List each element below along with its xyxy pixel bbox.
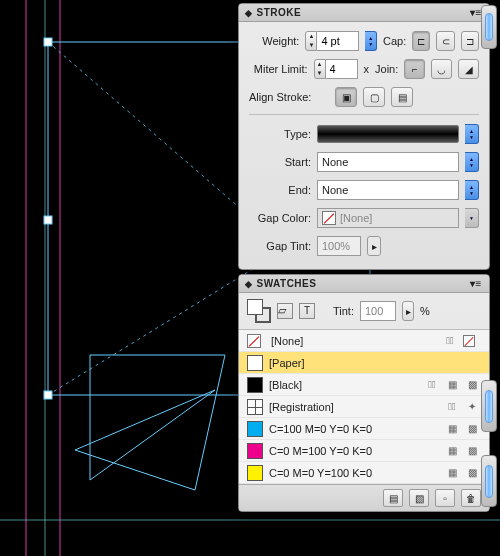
stroke-panel: ◆ STROKE ▾≡ Weight: ▲▼ ▲▼ Cap: ⊏ ⊂ ⊐ Mit… bbox=[238, 3, 490, 270]
join-round-icon[interactable]: ◡ bbox=[431, 59, 452, 79]
svg-rect-13 bbox=[44, 391, 52, 399]
miter-input[interactable] bbox=[326, 59, 358, 79]
swatch-row[interactable]: C=0 M=100 Y=0 K=0▦▩ bbox=[239, 440, 489, 462]
start-label: Start: bbox=[249, 156, 311, 168]
color-mode-icon: ▩ bbox=[465, 466, 479, 480]
tint-percent-label: % bbox=[420, 305, 430, 317]
swatch-chip bbox=[247, 443, 263, 459]
container-formatting-icon[interactable]: ▱ bbox=[277, 303, 293, 319]
locked-icon: ✎⃠ bbox=[443, 334, 457, 348]
type-label: Type: bbox=[249, 128, 311, 140]
align-inside-icon[interactable]: ▢ bbox=[363, 87, 385, 107]
swatches-panel-title: SWATCHES bbox=[257, 278, 317, 289]
tint-input[interactable] bbox=[360, 301, 396, 321]
color-mode-icon: ▩ bbox=[465, 444, 479, 458]
swatches-footer: ▤ ▧ ▫ 🗑 bbox=[239, 484, 489, 511]
swatch-chip bbox=[247, 377, 263, 393]
cap-round-icon[interactable]: ⊂ bbox=[436, 31, 454, 51]
gaptint-label: Gap Tint: bbox=[249, 240, 311, 252]
start-dropdown[interactable]: None bbox=[317, 152, 459, 172]
color-mode-icon: ▩ bbox=[465, 378, 479, 392]
process-color-icon: ▦ bbox=[445, 422, 459, 436]
swatch-chip bbox=[247, 421, 263, 437]
gapcolor-dropdown-icon[interactable]: ▼ bbox=[465, 208, 479, 228]
swatch-chip bbox=[247, 465, 263, 481]
new-swatch-button[interactable]: ▫ bbox=[435, 489, 455, 507]
stroke-panel-header[interactable]: ◆ STROKE ▾≡ bbox=[239, 4, 489, 22]
weight-dropdown-icon[interactable]: ▲▼ bbox=[365, 31, 377, 51]
show-list-view-icon[interactable]: ▤ bbox=[383, 489, 403, 507]
miter-stepper[interactable]: ▲▼ bbox=[314, 59, 358, 79]
stroke-panel-title: STROKE bbox=[257, 7, 302, 18]
svg-rect-12 bbox=[44, 216, 52, 224]
gapcolor-label: Gap Color: bbox=[249, 212, 311, 224]
fill-stroke-toggle[interactable] bbox=[247, 299, 271, 323]
color-mode-icon: ▩ bbox=[465, 422, 479, 436]
swatch-name: C=0 M=100 Y=0 K=0 bbox=[269, 445, 439, 457]
swatch-name: [Black] bbox=[269, 379, 419, 391]
align-outside-icon[interactable]: ▤ bbox=[391, 87, 413, 107]
weight-stepper[interactable]: ▲▼ bbox=[305, 31, 359, 51]
tint-label: Tint: bbox=[333, 305, 354, 317]
swatches-panel-header[interactable]: ◆ SWATCHES ▾≡ bbox=[239, 275, 489, 293]
panel-dock-grip[interactable] bbox=[481, 455, 497, 507]
swatches-list[interactable]: [None]✎⃠[Paper][Black]✎⃠▦▩[Registration]… bbox=[239, 330, 489, 484]
start-dropdown-icon[interactable]: ▲▼ bbox=[465, 152, 479, 172]
swatches-toolbar: ▱ T Tint: ▸ % bbox=[239, 293, 489, 330]
weight-input[interactable] bbox=[317, 31, 359, 51]
miter-x-label: x bbox=[364, 63, 370, 75]
swatch-name: C=0 M=0 Y=100 K=0 bbox=[269, 467, 439, 479]
stroke-type-preview[interactable] bbox=[317, 125, 459, 143]
swatch-name: [None] bbox=[271, 335, 437, 347]
gaptint-slider-icon: ▸ bbox=[367, 236, 381, 256]
svg-rect-11 bbox=[44, 38, 52, 46]
swatch-chip bbox=[247, 355, 263, 371]
collapse-icon[interactable]: ◆ bbox=[245, 279, 253, 289]
locked-icon: ✎⃠ bbox=[425, 378, 439, 392]
text-formatting-icon[interactable]: T bbox=[299, 303, 315, 319]
swatch-row[interactable]: [Black]✎⃠▦▩ bbox=[239, 374, 489, 396]
cap-projecting-icon[interactable]: ⊐ bbox=[461, 31, 479, 51]
swatch-chip bbox=[247, 399, 263, 415]
swatches-panel: ◆ SWATCHES ▾≡ ▱ T Tint: ▸ % [None]✎⃠[Pap… bbox=[238, 274, 490, 512]
weight-label: Weight: bbox=[249, 35, 299, 47]
join-bevel-icon[interactable]: ◢ bbox=[458, 59, 479, 79]
process-color-icon: ▦ bbox=[445, 466, 459, 480]
cap-label: Cap: bbox=[383, 35, 406, 47]
end-dropdown-icon[interactable]: ▲▼ bbox=[465, 180, 479, 200]
new-swatch-icon[interactable]: ▧ bbox=[409, 489, 429, 507]
gaptint-input bbox=[317, 236, 361, 256]
swatch-name: [Paper] bbox=[269, 357, 479, 369]
miter-label: Miter Limit: bbox=[249, 63, 308, 75]
none-swatch-icon bbox=[322, 211, 336, 225]
gapcolor-dropdown[interactable]: [None] bbox=[317, 208, 459, 228]
type-dropdown-icon[interactable]: ▲▼ bbox=[465, 124, 479, 144]
swatch-name: [Registration] bbox=[269, 401, 439, 413]
swatch-row[interactable]: [Registration]✎⃠✦ bbox=[239, 396, 489, 418]
align-stroke-label: Align Stroke: bbox=[249, 91, 311, 103]
cap-butt-icon[interactable]: ⊏ bbox=[412, 31, 430, 51]
none-swatch-icon bbox=[247, 334, 261, 348]
end-label: End: bbox=[249, 184, 311, 196]
swatch-row[interactable]: C=100 M=0 Y=0 K=0▦▩ bbox=[239, 418, 489, 440]
align-center-icon[interactable]: ▣ bbox=[335, 87, 357, 107]
tint-slider-icon[interactable]: ▸ bbox=[402, 301, 414, 321]
end-dropdown[interactable]: None bbox=[317, 180, 459, 200]
collapse-icon[interactable]: ◆ bbox=[245, 8, 253, 18]
process-color-icon: ▦ bbox=[445, 444, 459, 458]
swatch-row[interactable]: C=0 M=0 Y=100 K=0▦▩ bbox=[239, 462, 489, 484]
none-icon bbox=[463, 335, 475, 347]
join-label: Join: bbox=[375, 63, 398, 75]
panel-dock-grip[interactable] bbox=[481, 380, 497, 432]
delete-swatch-icon[interactable]: 🗑 bbox=[461, 489, 481, 507]
panel-menu-icon[interactable]: ▾≡ bbox=[469, 278, 483, 289]
swatch-name: C=100 M=0 Y=0 K=0 bbox=[269, 423, 439, 435]
registration-icon: ✦ bbox=[465, 400, 479, 414]
join-miter-icon[interactable]: ⌐ bbox=[404, 59, 425, 79]
locked-icon: ✎⃠ bbox=[445, 400, 459, 414]
panel-dock-grip[interactable] bbox=[481, 5, 497, 49]
swatch-row[interactable]: [None]✎⃠ bbox=[239, 330, 489, 352]
swatch-row[interactable]: [Paper] bbox=[239, 352, 489, 374]
process-color-icon: ▦ bbox=[445, 378, 459, 392]
